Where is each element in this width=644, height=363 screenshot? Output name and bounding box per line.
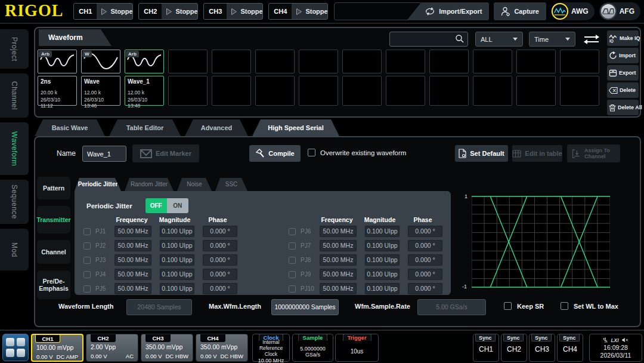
max-wfm-length-input[interactable]: 1000000000 Samples [271, 299, 339, 315]
nav-item-pattern[interactable]: Pattern [37, 177, 70, 199]
set-default-button[interactable]: Set Default [455, 145, 508, 162]
pj1-phase-input[interactable]: 0.000 ° [203, 226, 237, 237]
status-ch4-card[interactable]: CH4 350.00 mVpp 0.00 VDC HBW [196, 334, 248, 362]
assign-to-channel-button[interactable]: Assign To Channel [567, 144, 620, 162]
status-ch3-card[interactable]: CH3 350.00 mVpp 0.00 VDC HBW [141, 334, 193, 362]
pj3-magnitude-input[interactable]: 0.100 UIpp [160, 254, 194, 266]
tab-noise[interactable]: Noise [177, 178, 212, 191]
pj6-phase-input[interactable]: 0.000 ° [408, 226, 442, 237]
sidebar-item-sequence[interactable]: Sequence [0, 180, 29, 224]
pj4-checkbox[interactable] [83, 271, 91, 278]
system-status-box[interactable]: LXI 16:09:28 2026/03/11 [589, 334, 642, 362]
pj10-frequency-input[interactable]: 50.00 MHz [320, 283, 357, 294]
pj7-checkbox[interactable] [289, 242, 296, 250]
pj2-checkbox[interactable] [83, 242, 91, 250]
capture-button[interactable]: Capture [494, 2, 546, 20]
waveform-length-input[interactable]: 20480 Samples [126, 299, 192, 315]
pj1-magnitude-input[interactable]: 0.100 UIpp [160, 226, 194, 237]
set-wl-to-max-checkbox[interactable] [561, 302, 568, 310]
channel-run-button-ch2[interactable]: CH2 Stopped [138, 3, 198, 20]
tab-table-editor[interactable]: Table Editor [109, 119, 181, 136]
nav-item-transmitter[interactable]: Transmitter [37, 206, 70, 233]
channel-run-button-ch4[interactable]: CH4 Stopped [268, 3, 328, 20]
overwrite-checkbox[interactable] [308, 149, 315, 156]
pj9-magnitude-input[interactable]: 0.100 UIpp [365, 269, 400, 280]
compile-button[interactable]: Compile [249, 145, 301, 162]
waveform-item-2ns[interactable]: Arb 2ns 20.00 k 26/03/10 11:12 [38, 50, 77, 106]
tab-advanced[interactable]: Advanced [185, 119, 248, 136]
status-ch1-card[interactable]: CH1 100.00 mVpp 0.00 VDC AMP [31, 334, 83, 362]
nav-item-channel[interactable]: Channel [37, 240, 70, 264]
waveform-browser-tab[interactable]: Waveform [39, 29, 112, 46]
pj3-frequency-input[interactable]: 50.00 MHz [114, 254, 151, 266]
afg-mode-button[interactable]: AFG [599, 2, 640, 20]
pj2-magnitude-input[interactable]: 0.100 UIpp [160, 240, 194, 251]
waveform-item-wave[interactable]: W Wave 12.00 k 26/03/10 13:46 [81, 50, 120, 106]
tab-basic-wave[interactable]: Basic Wave [35, 119, 105, 136]
pj5-frequency-input[interactable]: 50.00 MHz [114, 283, 151, 294]
pj4-frequency-input[interactable]: 50.00 MHz [114, 269, 151, 280]
sync-ch3-card[interactable]: Sync CH3 [529, 334, 555, 362]
pj7-phase-input[interactable]: 0.000 ° [408, 240, 442, 251]
pj10-checkbox[interactable] [289, 285, 296, 293]
edit-marker-button[interactable]: Edit Marker [132, 144, 199, 162]
sample-card[interactable]: Sample 5.0000000 GSa/s [292, 334, 333, 362]
pj9-phase-input[interactable]: 0.000 ° [408, 269, 442, 280]
pj10-magnitude-input[interactable]: 0.100 UIpp [365, 283, 400, 294]
pj9-frequency-input[interactable]: 50.00 MHz [320, 269, 357, 280]
sync-ch2-card[interactable]: Sync CH2 [501, 334, 527, 362]
channel-run-button-ch3[interactable]: CH3 Stopped [203, 3, 263, 20]
pj3-checkbox[interactable] [83, 257, 91, 264]
pj8-frequency-input[interactable]: 50.00 MHz [320, 254, 357, 266]
pj1-checkbox[interactable] [83, 228, 91, 235]
search-icon[interactable] [455, 34, 465, 44]
pj6-checkbox[interactable] [289, 228, 296, 235]
sync-ch4-card[interactable]: Sync CH4 [557, 334, 583, 362]
import-button[interactable]: Import [607, 48, 639, 63]
make-iq-button[interactable]: IQ Make IQ [607, 30, 639, 46]
channel-run-button-ch1[interactable]: CH1 Stopped [73, 3, 133, 20]
import-export-button[interactable]: Import/Export [407, 2, 489, 20]
pj3-phase-input[interactable]: 0.000 ° [203, 254, 237, 266]
tab-ssc[interactable]: SSC [215, 178, 247, 191]
tab-random-jitter[interactable]: Random Jitter [125, 178, 174, 191]
pj7-magnitude-input[interactable]: 0.100 UIpp [365, 240, 400, 251]
pj7-frequency-input[interactable]: 50.00 MHz [320, 240, 357, 251]
waveform-item-wave-1[interactable]: Arb Wave_1 12.00 k 26/03/10 13:48 [125, 50, 164, 106]
edit-in-table-button[interactable]: Edit in table [512, 145, 562, 162]
clock-card[interactable]: Clock Internal Reference Clock 10.00 MHz [252, 334, 290, 362]
export-button[interactable]: Export [607, 65, 639, 81]
trigger-card[interactable]: Trigger 10us [335, 334, 379, 362]
sidebar-item-channel[interactable]: Channel [0, 73, 29, 118]
sort-order-button[interactable] [581, 33, 602, 46]
tab-high-speed-serial[interactable]: High Speed Serial [252, 119, 339, 136]
pj1-frequency-input[interactable]: 50.00 MHz [114, 226, 151, 237]
sidebar-item-waveform[interactable]: Waveform [0, 122, 29, 175]
sidebar-item-project[interactable]: Project [0, 29, 29, 69]
pj2-phase-input[interactable]: 0.000 ° [203, 240, 237, 251]
sidebar-item-mod[interactable]: Mod [0, 229, 29, 270]
sort-by-dropdown[interactable]: Time [529, 32, 575, 47]
pj4-phase-input[interactable]: 0.000 ° [203, 269, 237, 280]
nav-item-pre-de-emphasis[interactable]: Pre/De-Emphasis [37, 270, 70, 299]
delete-all-button[interactable]: Delete All [607, 100, 639, 115]
tab-periodic-jitter[interactable]: Periodic Jitter [75, 178, 121, 191]
pj8-checkbox[interactable] [289, 257, 296, 264]
name-input[interactable] [82, 146, 126, 162]
apps-menu-button[interactable] [2, 334, 29, 361]
status-ch2-card[interactable]: CH2 2.00 Vpp 0.00 VAC [86, 334, 138, 362]
pj6-magnitude-input[interactable]: 0.100 UIpp [365, 226, 400, 237]
pj8-magnitude-input[interactable]: 0.100 UIpp [365, 254, 400, 266]
pj8-phase-input[interactable]: 0.000 ° [408, 254, 442, 266]
wfm-sample-rate-input[interactable]: 5.00 GSa/s [417, 299, 486, 315]
pj9-checkbox[interactable] [289, 271, 296, 278]
awg-mode-button[interactable]: AWG [551, 2, 595, 20]
pj5-checkbox[interactable] [83, 285, 91, 293]
pj5-phase-input[interactable]: 0.000 ° [203, 283, 237, 294]
delete-button[interactable]: Delete [607, 82, 639, 98]
pj4-magnitude-input[interactable]: 0.100 UIpp [160, 269, 194, 280]
keep-sr-checkbox[interactable] [504, 302, 512, 310]
toggle-on-button[interactable]: ON [167, 198, 188, 213]
toggle-off-button[interactable]: OFF [145, 198, 167, 213]
filter-type-dropdown[interactable]: ALL [475, 32, 523, 47]
